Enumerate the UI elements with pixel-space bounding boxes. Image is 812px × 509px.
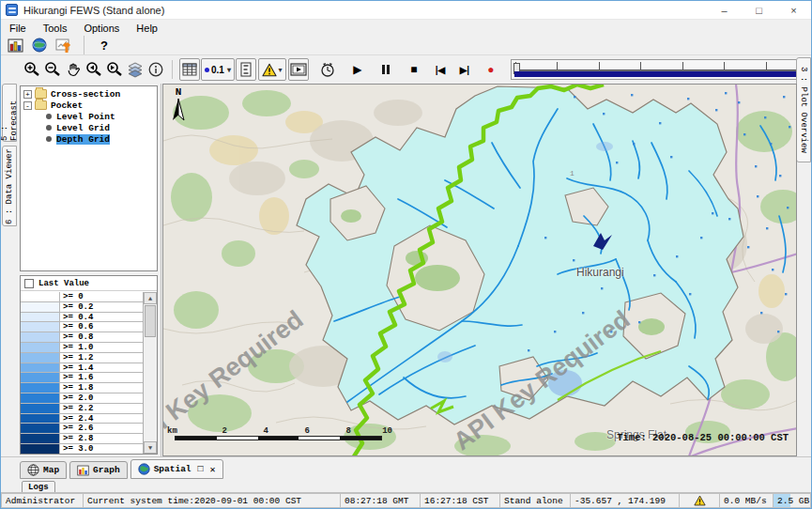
window-title: Hikurangi FEWS (Stand alone) [23,5,164,16]
tab-maximize-icon[interactable]: □ [198,464,204,474]
timeline-range-bar [514,71,812,77]
menu-item[interactable]: File [1,22,35,35]
status-memory: 2.5 GB [774,493,811,508]
legend-color-swatch [21,373,60,382]
chevron-down-icon: ▾ [278,66,282,74]
wire-globe-icon [27,464,39,476]
legend-row[interactable]: >= 0.4 [21,313,143,323]
tree-item[interactable]: Level Point [21,111,157,122]
legend-row[interactable]: >= 1.6 [21,373,143,383]
map-time-overlay: Time: 2020-08-25 00:00:00 CST [617,432,789,443]
animation-speed-icon[interactable] [317,58,338,81]
legend-row[interactable]: >= 1.8 [21,383,143,393]
legend-panel: Last Value >= 0 >= 0.2 [20,275,158,455]
layers-icon[interactable] [125,58,146,81]
minimize-button[interactable]: – [707,1,742,19]
status-local-time: 16:27:18 CST [421,493,500,508]
menu-item[interactable]: Tools [35,22,76,35]
last-value-label: Last Value [38,279,89,288]
tree-item[interactable]: Level Grid [21,122,157,133]
pan-hand-icon[interactable] [63,58,84,81]
sidebar-tab-forecast[interactable]: 5 : Forecast [2,84,17,142]
status-gmt-time: 08:27:18 GMT [341,493,421,508]
record-button[interactable]: ● [481,58,501,81]
step-forward-button[interactable]: ▶| [454,58,475,81]
bottom-bar: Map Graph Spatial □ ✕ Logs [1,456,811,494]
legend-color-swatch [21,434,60,443]
legend-row[interactable]: >= 0 [21,292,143,302]
legend-row[interactable]: >= 3.0 [21,444,143,454]
road-label: 1 [570,169,575,177]
tab-map[interactable]: Map [20,461,67,479]
legend-color-swatch [21,414,60,424]
zoom-previous-icon[interactable] [84,58,104,81]
help-icon[interactable]: ? [94,34,115,56]
legend-row[interactable]: >= 1.4 [21,363,143,374]
timeline-slider[interactable] [511,59,812,80]
legend-row[interactable]: >= 2.6 [21,424,143,434]
menu-item[interactable]: Options [75,22,128,35]
legend-row[interactable]: >= 1.0 [21,343,143,353]
stop-button[interactable]: ■ [404,58,424,81]
contour-interval-dropdown[interactable]: 0.1 ▾ [201,58,235,81]
legend-row[interactable]: >= 2.0 [21,393,143,404]
animation-button[interactable] [288,58,309,81]
globe-icon[interactable] [29,34,50,56]
legend-color-swatch [21,363,60,373]
zoom-in-icon[interactable] [22,58,42,81]
dot-icon [205,68,209,72]
map-toolbar: 0.1 ▾ ▾ ▶ ■ |◀ ▶| ● 2020-08-25 00:00:00 … [1,54,811,84]
tree-item[interactable]: - Pocket [21,100,157,111]
warnings-dropdown-button[interactable]: ▾ [258,58,286,81]
folder-icon [35,100,47,110]
play-button[interactable]: ▶ [347,58,368,81]
expander-icon[interactable]: - [23,101,32,110]
tab-graph[interactable]: Graph [69,461,128,479]
scroll-down-icon[interactable]: ▼ [144,441,157,454]
scroll-up-icon[interactable]: ▲ [144,292,157,304]
legend-row[interactable]: >= 2.4 [21,414,143,424]
legend-color-swatch [21,322,60,332]
legend-color-swatch [21,343,60,352]
legend-row[interactable]: >= 0.2 [21,302,143,313]
zoom-out-icon[interactable] [42,58,63,81]
blue-globe-icon [138,463,150,475]
legend-row[interactable]: >= 1.2 [21,353,143,363]
info-icon[interactable] [146,58,166,81]
legend-row[interactable]: >= 0.8 [21,332,143,343]
scale-bar: km 246810 [167,426,392,440]
tab-close-icon[interactable]: ✕ [210,464,216,475]
zoom-next-icon[interactable] [104,58,125,81]
spatial-map[interactable]: N API Key Required API Key Required Hiku… [162,84,797,456]
chevron-down-icon: ▾ [227,66,231,74]
sidebar-tab-plot-overview[interactable]: 3 : Plot Overview [796,57,811,162]
bar-chart-icon [77,465,89,476]
maximize-button[interactable]: □ [742,1,776,19]
legend-list: >= 0 >= 0.2 >= 0.4 >= 0.6 [21,292,143,454]
legend-color-swatch [21,302,60,312]
grid-display-button[interactable] [179,58,200,81]
chart-display-icon[interactable] [54,34,74,56]
title-bar: Hikurangi FEWS (Stand alone) – □ × [1,1,811,20]
explorer-icon[interactable] [5,34,25,56]
tree-item[interactable]: Depth Grid [21,133,157,145]
status-warning-icon[interactable] [680,493,720,508]
label-toggle-button[interactable] [236,58,256,81]
expander-icon[interactable]: + [23,90,32,99]
legend-row[interactable]: >= 0.6 [21,322,143,332]
tab-spatial[interactable]: Spatial □ ✕ [130,459,223,479]
last-value-checkbox[interactable] [24,279,34,288]
close-button[interactable]: × [776,1,811,19]
legend-row[interactable]: >= 2.8 [21,434,143,444]
timeline-ticks [515,62,812,70]
legend-scrollbar[interactable]: ▲ ▼ [143,292,157,454]
application-window: Hikurangi FEWS (Stand alone) – □ × FileT… [0,0,812,509]
status-data-rate: 0.0 MB/s [720,493,774,508]
sidebar-tab-data-viewer[interactable]: 6 : Data Viewer [2,146,17,226]
legend-row[interactable]: >= 2.2 [21,404,143,414]
menu-item[interactable]: Help [128,22,166,35]
step-back-button[interactable]: |◀ [430,58,451,81]
scroll-thumb[interactable] [145,305,156,337]
scale-bar-segments [175,436,382,440]
pause-button[interactable] [375,58,396,81]
